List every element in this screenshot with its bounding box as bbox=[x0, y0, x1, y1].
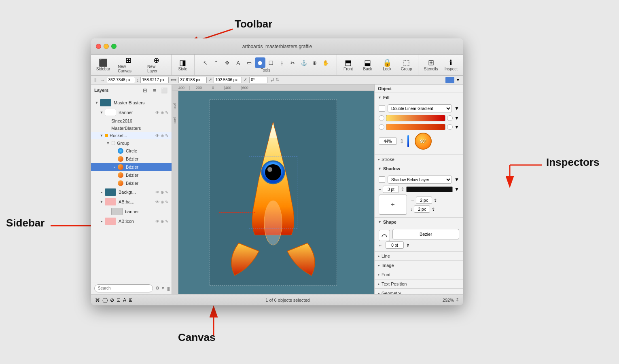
lock-button[interactable]: 🔒 Lock bbox=[378, 57, 396, 73]
layer-bezier4[interactable]: ▸ Bézier bbox=[91, 179, 172, 187]
canvas-content[interactable] bbox=[210, 99, 337, 286]
text-position-section-header[interactable]: ▸ Text Position bbox=[375, 279, 463, 288]
front-button[interactable]: ⬒ Front bbox=[339, 57, 357, 73]
sidebar-button[interactable]: ⬛ Sidebar bbox=[93, 57, 113, 73]
image-section-header[interactable]: ▸ Image bbox=[375, 261, 463, 270]
pen-tool[interactable]: ⬟ bbox=[255, 57, 265, 68]
status-icon-6[interactable]: ⊞ bbox=[129, 297, 133, 303]
group-button[interactable]: ⬚ Group bbox=[398, 57, 415, 73]
toggle-icon[interactable]: ▼ bbox=[99, 133, 104, 138]
status-icon-3[interactable]: ⊘ bbox=[110, 297, 114, 303]
minimize-button[interactable] bbox=[104, 44, 109, 49]
layers-icon-btn[interactable]: ⊞ bbox=[141, 86, 149, 94]
zoom-stepper-icon[interactable]: ⇕ bbox=[456, 297, 459, 303]
shadow-color-bar[interactable] bbox=[406, 186, 453, 192]
toggle-icon[interactable]: ▼ bbox=[99, 110, 104, 115]
scissors-tool[interactable]: ✂ bbox=[288, 57, 298, 68]
swatch-circle-1[interactable] bbox=[379, 115, 384, 121]
x-position-input[interactable] bbox=[107, 77, 135, 83]
shadow-color-menu-icon[interactable]: ▼ bbox=[454, 186, 459, 192]
toggle-icon[interactable]: ▼ bbox=[106, 141, 110, 146]
back-button[interactable]: ⬓ Back bbox=[359, 57, 377, 73]
layer-master-blasters[interactable]: ▼ Master Blasters bbox=[91, 98, 172, 108]
canvas-inner[interactable]: |200 |400 bbox=[172, 91, 374, 294]
x-stepper-icon[interactable]: ⇕ bbox=[434, 198, 437, 203]
select-tool[interactable]: ↖ bbox=[200, 57, 211, 68]
magnet-tool[interactable]: ⚓ bbox=[299, 57, 309, 68]
layer-banner2[interactable]: ▸ banner bbox=[91, 207, 172, 216]
chevron-down-icon[interactable]: ▾ bbox=[162, 286, 164, 291]
new-canvas-button[interactable]: ⊞ New Canvas bbox=[114, 55, 142, 75]
toggle-icon[interactable]: ▼ bbox=[99, 199, 104, 204]
shadow-y-input[interactable] bbox=[414, 205, 430, 213]
toggle-icon[interactable]: ▸ bbox=[99, 190, 104, 195]
zoom-in-tool[interactable]: ⊕ bbox=[310, 57, 320, 68]
connect-tool[interactable]: ⟊ bbox=[277, 57, 287, 68]
gear-icon[interactable]: ⚙ bbox=[155, 286, 159, 291]
stroke-section-header[interactable]: ▸ Stroke bbox=[375, 155, 463, 164]
layer-banner[interactable]: ▼ Banner 👁⊕✎ bbox=[91, 108, 172, 117]
swatch-menu-2-icon[interactable]: ▼ bbox=[454, 124, 459, 130]
shadow-menu-icon[interactable]: ▼ bbox=[454, 177, 459, 182]
shadow-section-header[interactable]: ▼ Shadow bbox=[375, 164, 463, 173]
maximize-button[interactable] bbox=[111, 44, 117, 49]
stencils-button[interactable]: ⊞ Stencils bbox=[421, 57, 441, 73]
swatch-circle-4[interactable] bbox=[447, 124, 453, 130]
layer-circle[interactable]: ▸ Circle bbox=[91, 147, 172, 155]
layer-search-input[interactable] bbox=[94, 284, 153, 292]
geometry-section-header[interactable]: ▸ Geometry bbox=[375, 289, 463, 294]
shape-tool[interactable]: ▭ bbox=[244, 57, 254, 68]
angle-input[interactable] bbox=[249, 77, 267, 83]
angle-dial[interactable]: 90° bbox=[415, 133, 432, 150]
canvas-area[interactable]: -400 -200 0 |400 |600 |200 |400 bbox=[172, 85, 374, 294]
text-tool[interactable]: A bbox=[233, 57, 244, 68]
height-input[interactable] bbox=[214, 77, 242, 83]
layer-bezier2-selected[interactable]: ▸ Bézier bbox=[91, 163, 172, 171]
fill-section-header[interactable]: ▼ Fill bbox=[375, 93, 463, 102]
toggle-icon[interactable]: ▸ bbox=[99, 219, 104, 224]
layer-abba[interactable]: ▼ AB:ba... 👁⊕✎ bbox=[91, 197, 172, 207]
fill-menu-icon[interactable]: ▼ bbox=[454, 106, 459, 111]
toggle-icon[interactable]: ▼ bbox=[94, 100, 99, 105]
width-input[interactable] bbox=[178, 77, 207, 83]
corner-radius-input[interactable] bbox=[386, 241, 404, 249]
fill-type-select[interactable]: Double Linear Gradient bbox=[388, 104, 452, 112]
swatch-circle-2[interactable] bbox=[447, 115, 453, 121]
opacity-stepper-icon[interactable]: ⇕ bbox=[399, 138, 404, 144]
gradient-swatch-2[interactable] bbox=[386, 124, 445, 130]
layers-filter-btn[interactable]: ⬜ bbox=[160, 86, 168, 94]
layers-panel[interactable]: ▼ Master Blasters ▼ Banner 👁⊕✎ bbox=[91, 96, 172, 282]
inspect-button[interactable]: ℹ Inspect bbox=[441, 57, 461, 73]
shape-section-header[interactable]: ▼ Shape bbox=[375, 218, 463, 226]
duplicate-tool[interactable]: ❏ bbox=[266, 57, 276, 68]
swatch-circle-3[interactable] bbox=[379, 124, 384, 130]
layer-background[interactable]: ▸ Backgr... 👁⊕✎ bbox=[91, 187, 172, 197]
status-icon-1[interactable]: ⌘ bbox=[95, 297, 100, 303]
font-section-header[interactable]: ▸ Font bbox=[375, 270, 463, 279]
status-icon-2[interactable]: ◯ bbox=[102, 297, 108, 303]
shadow-size-stepper[interactable]: ⇕ bbox=[401, 186, 405, 192]
swatch-menu-icon[interactable]: ▼ bbox=[454, 115, 459, 121]
shadow-x-input[interactable] bbox=[416, 197, 432, 204]
shadow-type-select[interactable]: Shadow Below Layer bbox=[388, 176, 452, 184]
close-button[interactable] bbox=[96, 44, 101, 49]
layer-bezier3[interactable]: ▸ Bézier bbox=[91, 171, 172, 179]
status-icon-4[interactable]: ⊡ bbox=[117, 297, 121, 303]
y-position-input[interactable] bbox=[140, 77, 169, 83]
gradient-swatch-1[interactable] bbox=[386, 115, 445, 121]
corner-stepper-icon[interactable]: ⇕ bbox=[406, 243, 409, 248]
layer-masterblasters-text[interactable]: ▸ MasterBlasters bbox=[91, 125, 172, 132]
layer-group[interactable]: ▼ ⬚ Group bbox=[91, 139, 172, 147]
new-layer-button[interactable]: ⊕ New Layer bbox=[144, 55, 169, 75]
layer-abicon[interactable]: ▸ AB:icon 👁⊕✎ bbox=[91, 216, 172, 226]
layer-rocket[interactable]: ▼ Rocket... 👁⊕✎ bbox=[91, 132, 172, 139]
subselect-tool[interactable]: ⌃ bbox=[211, 57, 222, 68]
opacity-input[interactable] bbox=[379, 138, 397, 145]
layer-since2016[interactable]: ▸ Since2016 bbox=[91, 117, 172, 125]
line-section-header[interactable]: ▸ Line bbox=[375, 252, 463, 260]
shadow-size-input[interactable] bbox=[383, 186, 399, 193]
shadow-offset-box[interactable]: + bbox=[379, 195, 407, 215]
zoom-out-tool[interactable]: ✋ bbox=[320, 57, 331, 68]
style-button[interactable]: ◨ Style bbox=[174, 57, 192, 73]
layers-options-btn[interactable]: ≡ bbox=[151, 86, 159, 94]
